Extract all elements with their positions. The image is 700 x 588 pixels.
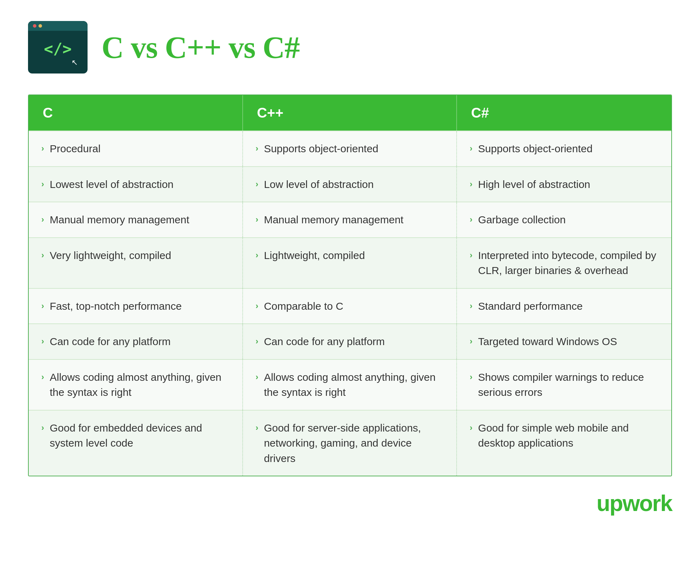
table-body: › Procedural › Supports object-oriented … — [29, 131, 671, 476]
cell-cpp-5: › Comparable to C — [243, 289, 457, 324]
cell-c-7: › Allows coding almost anything, given t… — [29, 360, 243, 410]
chevron-icon: › — [41, 249, 44, 261]
cell-csharp-7: › Shows compiler warnings to reduce seri… — [457, 360, 671, 410]
cell-cpp-4: › Lightweight, compiled — [243, 238, 457, 288]
cell-text: Can code for any platform — [50, 334, 230, 349]
chevron-icon: › — [256, 249, 258, 261]
column-header-csharp: C# — [457, 95, 671, 131]
cell-c-8: › Good for embedded devices and system l… — [29, 411, 243, 476]
cell-c-5: › Fast, top-notch performance — [29, 289, 243, 324]
cell-text: Good for server-side applications, netwo… — [264, 420, 444, 466]
dot-yellow — [39, 24, 42, 28]
upwork-logo-text: upwork — [596, 491, 672, 516]
cell-text: Low level of abstraction — [264, 177, 444, 192]
cell-cpp-6: › Can code for any platform — [243, 324, 457, 359]
cell-csharp-8: › Good for simple web mobile and desktop… — [457, 411, 671, 476]
cell-csharp-1: › Supports object-oriented — [457, 131, 671, 166]
cell-text: Interpreted into bytecode, compiled by C… — [478, 248, 659, 278]
table-row: › Good for embedded devices and system l… — [29, 410, 671, 476]
cell-text: Supports object-oriented — [478, 141, 659, 156]
cell-text: Procedural — [50, 141, 230, 156]
chevron-icon: › — [470, 214, 472, 226]
page-footer: upwork — [28, 490, 672, 516]
chevron-icon: › — [256, 371, 258, 383]
cell-text: Good for simple web mobile and desktop a… — [478, 420, 659, 451]
cell-text: Can code for any platform — [264, 334, 444, 349]
chevron-icon: › — [256, 422, 258, 434]
cell-csharp-3: › Garbage collection — [457, 202, 671, 237]
chevron-icon: › — [256, 178, 258, 190]
cell-text: Targeted toward Windows OS — [478, 334, 659, 349]
comparison-table: C C++ C# › Procedural › Supports object-… — [28, 94, 672, 476]
cell-text: Allows coding almost anything, given the… — [50, 370, 230, 400]
cursor-icon: ↖ — [71, 58, 78, 67]
cell-c-4: › Very lightweight, compiled — [29, 238, 243, 288]
chevron-icon: › — [470, 335, 472, 348]
chevron-icon: › — [470, 371, 472, 383]
chevron-icon: › — [41, 371, 44, 383]
chevron-icon: › — [41, 142, 44, 155]
page-header: </> ↖ C vs C++ vs C# — [28, 21, 672, 74]
cell-text: Good for embedded devices and system lev… — [50, 420, 230, 451]
cell-text: Standard performance — [478, 299, 659, 314]
column-header-cpp: C++ — [243, 95, 457, 131]
chevron-icon: › — [41, 300, 44, 312]
page-title: C vs C++ vs C# — [102, 30, 299, 65]
chevron-icon: › — [256, 214, 258, 226]
chevron-icon: › — [470, 249, 472, 261]
cell-cpp-2: › Low level of abstraction — [243, 167, 457, 202]
table-row: › Manual memory management › Manual memo… — [29, 202, 671, 237]
cell-csharp-4: › Interpreted into bytecode, compiled by… — [457, 238, 671, 288]
cell-cpp-8: › Good for server-side applications, net… — [243, 411, 457, 476]
cell-text: Very lightweight, compiled — [50, 248, 230, 263]
table-header: C C++ C# — [29, 95, 671, 131]
chevron-icon: › — [470, 422, 472, 434]
code-icon-box: </> ↖ — [28, 21, 88, 74]
table-row: › Lowest level of abstraction › Low leve… — [29, 166, 671, 202]
table-row: › Allows coding almost anything, given t… — [29, 359, 671, 410]
chevron-icon: › — [470, 178, 472, 190]
cell-text: Lowest level of abstraction — [50, 177, 230, 192]
chevron-icon: › — [41, 335, 44, 348]
cell-cpp-1: › Supports object-oriented — [243, 131, 457, 166]
column-header-c: C — [29, 95, 243, 131]
cell-cpp-3: › Manual memory management — [243, 202, 457, 237]
dot-red — [33, 24, 36, 28]
cell-csharp-5: › Standard performance — [457, 289, 671, 324]
chevron-icon: › — [41, 422, 44, 434]
cell-text: Manual memory management — [50, 212, 230, 227]
code-bracket-icon: </> — [44, 41, 71, 57]
cell-text: Manual memory management — [264, 212, 444, 227]
cell-text: Garbage collection — [478, 212, 659, 227]
cell-c-6: › Can code for any platform — [29, 324, 243, 359]
cell-text: Fast, top-notch performance — [50, 299, 230, 314]
chevron-icon: › — [256, 335, 258, 348]
chevron-icon: › — [41, 178, 44, 190]
cell-cpp-7: › Allows coding almost anything, given t… — [243, 360, 457, 410]
chevron-icon: › — [256, 300, 258, 312]
table-row: › Can code for any platform › Can code f… — [29, 323, 671, 359]
chevron-icon: › — [470, 142, 472, 155]
table-row: › Fast, top-notch performance › Comparab… — [29, 288, 671, 324]
code-icon-inner: </> ↖ — [28, 35, 88, 74]
table-row: › Very lightweight, compiled › Lightweig… — [29, 237, 671, 288]
cell-text: Lightweight, compiled — [264, 248, 444, 263]
cell-c-3: › Manual memory management — [29, 202, 243, 237]
chevron-icon: › — [470, 300, 472, 312]
cell-text: Comparable to C — [264, 299, 444, 314]
cell-csharp-6: › Targeted toward Windows OS — [457, 324, 671, 359]
cell-c-2: › Lowest level of abstraction — [29, 167, 243, 202]
chevron-icon: › — [256, 142, 258, 155]
upwork-logo: upwork — [596, 490, 672, 516]
cell-text: Supports object-oriented — [264, 141, 444, 156]
cell-text: Shows compiler warnings to reduce seriou… — [478, 370, 659, 400]
cell-csharp-2: › High level of abstraction — [457, 167, 671, 202]
cell-c-1: › Procedural — [29, 131, 243, 166]
cell-text: High level of abstraction — [478, 177, 659, 192]
table-row: › Procedural › Supports object-oriented … — [29, 131, 671, 166]
cell-text: Allows coding almost anything, given the… — [264, 370, 444, 400]
chevron-icon: › — [41, 214, 44, 226]
